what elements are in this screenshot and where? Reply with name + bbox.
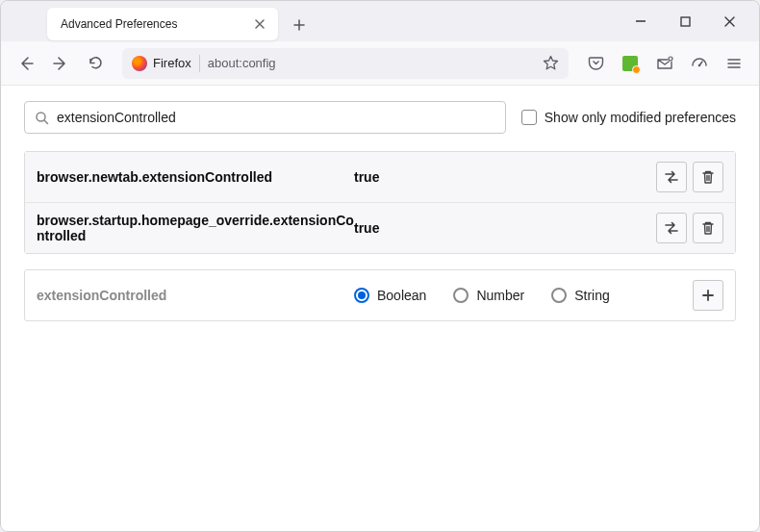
search-box[interactable] bbox=[24, 101, 506, 134]
window-titlebar: Advanced Preferences bbox=[1, 1, 759, 41]
window-controls bbox=[619, 1, 751, 41]
firefox-label: Firefox bbox=[153, 56, 191, 70]
search-row: Show only modified preferences bbox=[24, 101, 736, 134]
svg-point-3 bbox=[698, 63, 701, 66]
pref-value: true bbox=[354, 220, 650, 236]
maximize-button[interactable] bbox=[663, 1, 707, 41]
toggle-button[interactable] bbox=[656, 162, 687, 192]
mail-icon[interactable] bbox=[649, 48, 680, 79]
close-tab-icon[interactable] bbox=[251, 15, 268, 33]
new-tab-button[interactable] bbox=[286, 12, 313, 38]
type-label: String bbox=[574, 288, 610, 303]
browser-tab[interactable]: Advanced Preferences bbox=[47, 8, 278, 40]
separator bbox=[199, 55, 200, 72]
close-window-button[interactable] bbox=[707, 1, 751, 41]
search-input[interactable] bbox=[57, 110, 495, 125]
back-button[interactable] bbox=[11, 48, 41, 79]
modified-only-label: Show only modified preferences bbox=[545, 110, 736, 125]
pref-name: browser.newtab.extensionControlled bbox=[37, 169, 354, 185]
pref-name: browser.startup.homepage_override.extens… bbox=[37, 213, 354, 243]
pocket-icon[interactable] bbox=[580, 48, 611, 79]
delete-button[interactable] bbox=[693, 213, 723, 243]
hamburger-menu-icon[interactable] bbox=[719, 48, 749, 79]
add-button[interactable] bbox=[693, 280, 723, 311]
extension-green-icon[interactable] bbox=[615, 48, 646, 79]
browser-toolbar: Firefox bbox=[1, 41, 759, 86]
reload-button[interactable] bbox=[80, 48, 111, 79]
type-label: Number bbox=[476, 288, 524, 303]
about-config-content: Show only modified preferences browser.n… bbox=[1, 86, 759, 531]
firefox-icon bbox=[132, 56, 147, 71]
toggle-button[interactable] bbox=[656, 213, 687, 243]
modified-only-checkbox-wrap[interactable]: Show only modified preferences bbox=[521, 110, 736, 125]
radio-icon bbox=[551, 288, 567, 303]
type-label: Boolean bbox=[377, 288, 426, 303]
bookmark-star-icon[interactable] bbox=[543, 55, 559, 71]
firefox-badge: Firefox bbox=[132, 56, 191, 71]
preferences-table: browser.newtab.extensionControlled true … bbox=[24, 151, 736, 254]
svg-rect-0 bbox=[681, 17, 690, 26]
type-string[interactable]: String bbox=[551, 288, 610, 303]
pref-row[interactable]: browser.startup.homepage_override.extens… bbox=[25, 203, 735, 253]
type-number[interactable]: Number bbox=[453, 288, 524, 303]
radio-icon bbox=[453, 288, 469, 303]
url-input[interactable] bbox=[208, 56, 535, 70]
type-boolean[interactable]: Boolean bbox=[354, 288, 426, 303]
radio-selected-icon bbox=[354, 288, 369, 303]
minimize-button[interactable] bbox=[619, 1, 663, 41]
new-preference-row: extensionControlled Boolean Number Strin… bbox=[24, 269, 736, 321]
forward-button[interactable] bbox=[45, 48, 76, 79]
pref-value: true bbox=[354, 169, 650, 185]
url-bar[interactable]: Firefox bbox=[122, 48, 569, 79]
pref-row[interactable]: browser.newtab.extensionControlled true bbox=[25, 152, 735, 203]
search-icon bbox=[35, 111, 49, 125]
new-pref-name: extensionControlled bbox=[37, 288, 354, 303]
delete-button[interactable] bbox=[693, 162, 723, 192]
modified-only-checkbox[interactable] bbox=[521, 110, 537, 125]
tab-title: Advanced Preferences bbox=[61, 17, 251, 31]
type-options: Boolean Number String bbox=[354, 288, 687, 303]
dashboard-icon[interactable] bbox=[684, 48, 715, 79]
